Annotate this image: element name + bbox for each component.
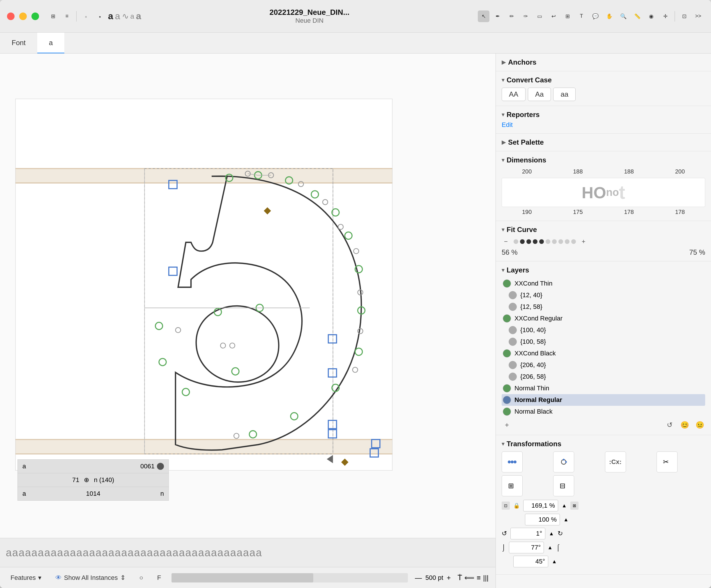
scale-arrow-up-icon[interactable]: ▲ (562, 503, 567, 509)
glyph-a-filled[interactable]: a (108, 11, 113, 22)
close-button[interactable] (7, 13, 15, 20)
fit-curve-header[interactable]: ▾ Fit Curve (502, 225, 705, 234)
zoom-out-icon[interactable]: — (415, 574, 422, 582)
rot2-input[interactable] (509, 542, 544, 553)
layer-100-40[interactable]: {100, 40} (502, 324, 705, 336)
layer-normal-regular[interactable]: Normal Regular (502, 394, 705, 406)
circle-button[interactable]: ○ (136, 572, 147, 583)
layer-xxcond-regular[interactable]: XXCond Regular (502, 313, 705, 324)
dimensions-header[interactable]: ▾ Dimensions (502, 156, 705, 164)
component-icon[interactable]: ⊞ (562, 10, 573, 22)
layer-option-3-icon[interactable]: 😐 (695, 420, 705, 430)
fit-dot-9[interactable] (565, 239, 569, 244)
titlecase-button[interactable]: Aa (528, 88, 551, 101)
pencil2-tool-icon[interactable]: ✑ (520, 10, 531, 22)
fit-dot-7[interactable] (552, 239, 557, 244)
layer-normal-black[interactable]: Normal Black (502, 406, 705, 417)
hand-tool-icon[interactable]: ✋ (604, 10, 615, 22)
zoom-tool-icon[interactable]: 🔍 (618, 10, 629, 22)
panel-toggle-icon[interactable]: ⊡ (678, 10, 690, 22)
lowercase-button[interactable]: aa (553, 88, 576, 101)
layers-header[interactable]: ▾ Layers (502, 266, 705, 274)
rect-tool-icon[interactable]: ▭ (534, 10, 545, 22)
transform-scissors-icon[interactable]: ✂ (656, 452, 677, 473)
fit-plus-icon[interactable]: + (579, 237, 588, 246)
rotate-right-icon[interactable]: ↻ (558, 530, 563, 537)
rot2-arrow-up-icon[interactable]: ▲ (547, 545, 553, 551)
fit-dot-8[interactable] (558, 239, 563, 244)
tool-icon-1[interactable]: ⬦ (80, 10, 92, 22)
transform-mirror-icon[interactable]: ⊞ (502, 475, 523, 496)
convert-case-header[interactable]: ▾ Convert Case (502, 76, 705, 84)
uppercase-button[interactable]: AA (502, 88, 525, 101)
add-layer-button[interactable]: + (502, 420, 512, 430)
glyph-a-small[interactable]: a (130, 12, 134, 20)
minimize-button[interactable] (19, 13, 27, 20)
crosshair-icon[interactable]: ✛ (660, 10, 671, 22)
scale-y-arrow-up-icon[interactable]: ▲ (563, 517, 568, 523)
rotate-left-icon[interactable]: ↺ (502, 530, 507, 537)
transform-distribute-icon[interactable] (502, 452, 523, 473)
text-tool-icon[interactable]: T (576, 10, 587, 22)
fit-dot-1[interactable] (514, 239, 518, 244)
layer-xxcond-black[interactable]: XXCond Black (502, 348, 705, 359)
canvas-area[interactable]: a 0061 71 ⊕ n (140) a 1014 n (0, 53, 496, 588)
select-tool-icon[interactable]: ↖ (478, 10, 490, 22)
layer-206-40[interactable]: {206, 40} (502, 359, 705, 371)
rot1-input[interactable] (510, 528, 545, 539)
glyph-a-wave[interactable]: ∿ (122, 12, 129, 21)
tab-font[interactable]: Font (0, 32, 37, 53)
ruler-tool-icon[interactable]: 📏 (631, 10, 643, 22)
align-left-icon[interactable]: ⟸ (465, 574, 474, 582)
font-button[interactable]: F (154, 572, 165, 583)
reporters-edit-link[interactable]: Edit (502, 121, 513, 129)
maximize-button[interactable] (31, 13, 39, 20)
fit-dot-10[interactable] (571, 239, 576, 244)
features-button[interactable]: Features ▾ (7, 572, 45, 583)
scale-x-input[interactable] (523, 500, 558, 511)
align-right-icon[interactable]: ||| (483, 574, 489, 582)
glyph-a-outline[interactable]: a (115, 11, 120, 22)
fit-dot-6[interactable] (546, 239, 550, 244)
tool-icon-2[interactable]: ⬥ (94, 10, 106, 22)
fit-dot-5[interactable] (539, 239, 544, 244)
zoom-in-icon[interactable]: + (447, 574, 451, 582)
show-all-instances-button[interactable]: 👁 Show All Instances ⇕ (52, 572, 129, 583)
tab-a[interactable]: a (37, 32, 64, 53)
layer-xxcond-thin[interactable]: XXCond Thin (502, 278, 705, 289)
fit-minus-icon[interactable]: − (502, 237, 510, 246)
layer-100-58[interactable]: {100, 58} (502, 336, 705, 348)
rot3-input[interactable] (513, 556, 548, 567)
layer-option-2-icon[interactable]: 😊 (680, 420, 690, 430)
fit-dot-3[interactable] (526, 239, 531, 244)
text-cursor-icon[interactable]: Ṫ (458, 574, 462, 582)
reporters-header[interactable]: ▾ Reporters (502, 111, 705, 119)
layer-option-1-icon[interactable]: ↺ (664, 420, 675, 430)
fill-tool-icon[interactable]: ◉ (646, 10, 657, 22)
list-view-icon[interactable]: ≡ (61, 10, 73, 22)
slant-right-icon[interactable]: ⌠ (556, 544, 560, 551)
layer-12-40[interactable]: {12, 40} (502, 289, 705, 301)
speech-icon[interactable]: 💬 (589, 10, 601, 22)
anchors-header[interactable]: ▶ Anchors (502, 58, 705, 66)
glyph-a-bold[interactable]: a (136, 11, 141, 22)
zoom-slider[interactable] (172, 573, 408, 583)
set-palette-header[interactable]: ▶ Set Palette (502, 138, 705, 147)
fit-dot-4[interactable] (533, 239, 537, 244)
scale-y-input[interactable] (525, 514, 560, 525)
fit-dot-2[interactable] (520, 239, 525, 244)
layer-normal-thin[interactable]: Normal Thin (502, 383, 705, 394)
rot3-arrow-up-icon[interactable]: ▲ (552, 559, 557, 565)
pen-tool-icon[interactable]: ✒ (492, 10, 503, 22)
transformations-header[interactable]: ▾ Transformations (502, 440, 705, 448)
rot1-arrow-up-icon[interactable]: ▲ (549, 531, 554, 537)
transform-cx-icon[interactable]: :Cx: (605, 452, 626, 473)
align-center-icon[interactable]: ≡ (477, 574, 481, 582)
pencil-tool-icon[interactable]: ✏ (506, 10, 517, 22)
more-icon[interactable]: >> (692, 10, 704, 22)
transform-rotate-icon[interactable] (553, 452, 574, 473)
layer-206-58[interactable]: {206, 58} (502, 371, 705, 383)
slant-left-icon[interactable]: ⌡ (502, 544, 505, 551)
grid-view-icon[interactable]: ⊞ (47, 10, 59, 22)
layer-12-58[interactable]: {12, 58} (502, 301, 705, 313)
